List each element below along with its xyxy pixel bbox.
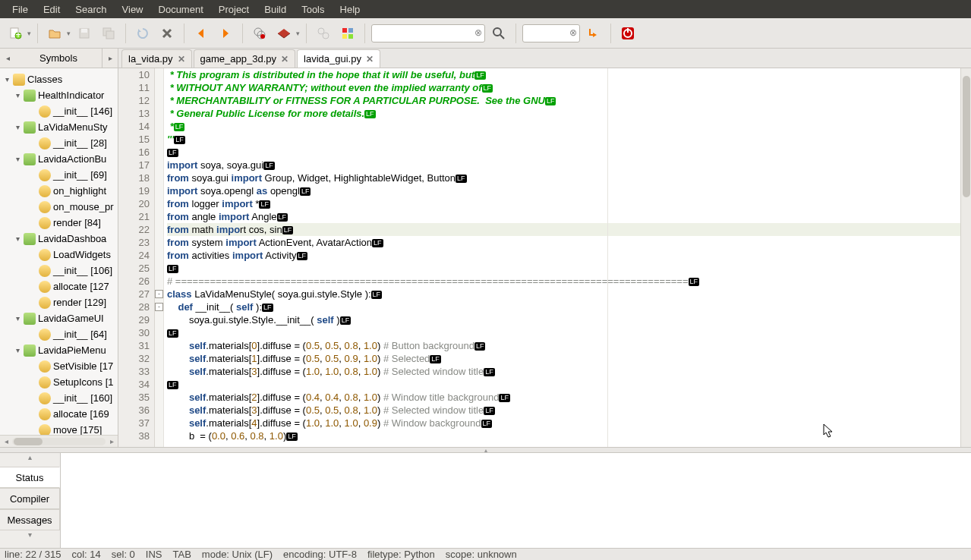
color-chooser-button[interactable] (337, 23, 358, 44)
status-enc[interactable]: encoding: UTF-8 (283, 549, 357, 560)
tree-item[interactable]: ▾LavidaPieMenu (0, 342, 118, 358)
status-mode[interactable]: mode: Unix (LF) (202, 549, 273, 560)
tree-item[interactable]: SetVisible [17 (0, 358, 118, 374)
method-icon (39, 105, 51, 118)
new-file-button[interactable]: + (5, 23, 26, 44)
method-icon (39, 329, 51, 341)
tree-item[interactable]: on_mouse_pr (0, 199, 118, 215)
class-icon (24, 233, 36, 245)
status-ft[interactable]: filetype: Python (367, 549, 435, 560)
menu-tools[interactable]: Tools (294, 2, 332, 17)
tree-item[interactable]: ▾LaVidaMenuSty (0, 119, 118, 135)
svg-rect-14 (342, 34, 347, 39)
class-icon (24, 153, 36, 165)
svg-text:+: + (15, 29, 21, 40)
tree-item[interactable]: allocate [169 (0, 406, 118, 422)
quit-button[interactable] (617, 23, 638, 44)
save-button[interactable] (74, 23, 95, 44)
status-line: line: 22 / 315 (5, 549, 61, 560)
close-tab-icon[interactable]: ✕ (366, 54, 374, 64)
tree-item[interactable]: __init__ [146] (0, 103, 118, 119)
method-icon (39, 408, 51, 420)
tree-root-classes[interactable]: ▾ Classes (0, 71, 118, 87)
svg-point-10 (318, 28, 324, 34)
tree-item[interactable]: __init__ [69] (0, 167, 118, 183)
menu-build[interactable]: Build (257, 2, 294, 17)
messages-body[interactable] (61, 453, 971, 548)
messages-scroll-down[interactable]: ▾ (0, 530, 60, 544)
clear-search-icon[interactable]: ⊗ (474, 27, 482, 38)
search-button[interactable] (488, 23, 509, 44)
sidebar-hscroll[interactable]: ◂▸ (0, 435, 118, 447)
method-icon (39, 424, 51, 436)
menu-edit[interactable]: Edit (36, 2, 68, 17)
msg-tab-status[interactable]: Status (0, 467, 60, 488)
menu-file[interactable]: File (5, 2, 36, 17)
tree-item[interactable]: __init__ [28] (0, 135, 118, 151)
menu-view[interactable]: View (115, 2, 151, 17)
status-ins[interactable]: INS (146, 549, 162, 560)
mouse-cursor (823, 423, 834, 439)
tree-item[interactable]: on_highlight (0, 183, 118, 199)
menu-project[interactable]: Project (211, 2, 257, 17)
file-tab[interactable]: game_app_3d.py✕ (194, 49, 295, 68)
editor-vscroll[interactable] (960, 68, 971, 447)
sidebar-scroll-left[interactable]: ◂ (0, 49, 15, 68)
messages-scroll-up[interactable]: ▴ (0, 453, 60, 467)
nav-back-button[interactable] (191, 23, 212, 44)
nav-forward-button[interactable] (215, 23, 236, 44)
tree-item[interactable]: ▾LavidaGameUI (0, 310, 118, 326)
class-icon (24, 121, 36, 134)
tree-item[interactable]: __init__ [160] (0, 390, 118, 406)
tree-item[interactable]: LoadWidgets (0, 247, 118, 263)
file-tab[interactable]: la_vida.py✕ (121, 49, 192, 68)
build-dropdown[interactable]: ▾ (296, 30, 300, 37)
msg-tab-messages[interactable]: Messages (0, 509, 60, 530)
code-editor[interactable]: 1011121314151617181920212223242526272829… (118, 68, 971, 447)
splitter[interactable]: ▴ (0, 447, 971, 453)
close-file-button[interactable] (156, 23, 178, 44)
close-tab-icon[interactable]: ✕ (178, 54, 185, 64)
tree-item[interactable]: allocate [127 (0, 278, 118, 294)
method-icon (39, 297, 51, 309)
new-file-dropdown[interactable]: ▾ (27, 30, 31, 37)
method-icon (39, 360, 51, 373)
class-icon (24, 90, 36, 102)
goto-line-button[interactable] (583, 23, 604, 44)
compile-button[interactable] (249, 23, 270, 44)
sidebar-tab-symbols[interactable]: Symbols (15, 49, 102, 68)
open-file-button[interactable] (44, 23, 65, 44)
menu-document[interactable]: Document (151, 2, 211, 17)
tree-item[interactable]: ▾LavidaActionBu (0, 151, 118, 167)
svg-rect-13 (348, 28, 353, 33)
tree-item[interactable]: ▾HealthIndicator (0, 87, 118, 103)
symbols-tree[interactable]: ▾ Classes ▾HealthIndicator__init__ [146]… (0, 68, 118, 435)
status-tab[interactable]: TAB (173, 549, 191, 560)
class-icon (24, 344, 36, 357)
tree-item[interactable]: render [129] (0, 294, 118, 310)
file-tab[interactable]: lavida_gui.py✕ (297, 49, 380, 68)
menu-help[interactable]: Help (333, 2, 368, 17)
msg-tab-compiler[interactable]: Compiler (0, 488, 60, 509)
editor-wrap: la_vida.py✕game_app_3d.py✕lavida_gui.py✕… (118, 49, 971, 447)
sidebar-scroll-right[interactable]: ▸ (102, 49, 118, 68)
menu-search[interactable]: Search (68, 2, 114, 17)
reload-button[interactable] (132, 23, 153, 44)
tree-item[interactable]: SetupIcons [1 (0, 374, 118, 390)
build-button[interactable] (273, 23, 295, 44)
tree-item[interactable]: __init__ [106] (0, 263, 118, 278)
status-sel: sel: 0 (112, 549, 135, 560)
search-input[interactable] (371, 24, 485, 42)
close-tab-icon[interactable]: ✕ (281, 54, 288, 64)
fold-gutter[interactable]: -- (155, 68, 164, 447)
method-icon (39, 249, 51, 261)
tree-item[interactable]: move [175] (0, 422, 118, 435)
save-all-button[interactable] (98, 23, 119, 44)
tree-item[interactable]: __init__ [64] (0, 326, 118, 342)
open-recent-dropdown[interactable]: ▾ (67, 30, 71, 37)
tree-item[interactable]: render [84] (0, 215, 118, 231)
clear-goto-icon[interactable]: ⊗ (569, 27, 577, 38)
run-button[interactable] (313, 23, 334, 44)
tree-item[interactable]: ▾LavidaDashboa (0, 231, 118, 247)
code-area[interactable]: * This program is distributed in the hop… (164, 68, 960, 447)
